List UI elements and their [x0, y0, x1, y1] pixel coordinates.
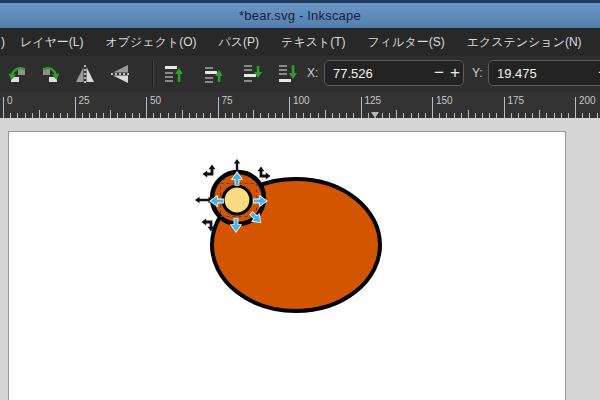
y-coordinate-value[interactable]: 19.475	[489, 66, 595, 81]
menu-item-4[interactable]: テキスト(T)	[270, 34, 356, 51]
ruler-label: 75	[222, 95, 233, 106]
raise-button[interactable]	[201, 62, 225, 86]
ruler-label: 25	[79, 95, 90, 106]
menu-item-3[interactable]: パス(P)	[208, 34, 271, 51]
ruler-tick	[468, 110, 469, 118]
window-title: *bear.svg - Inkscape	[239, 8, 361, 23]
ear-inner-circle[interactable]	[223, 186, 251, 214]
selection-toolbar: X: 77.526 − + Y: 19.475 − +	[0, 56, 600, 92]
flip-horizontal-button[interactable]	[73, 62, 97, 86]
horizontal-ruler[interactable]: 0255075100125150175200	[0, 92, 600, 118]
x-coordinate-label: X:	[307, 66, 318, 80]
x-increment-button[interactable]: +	[447, 61, 463, 85]
y-decrement-button[interactable]: −	[595, 61, 600, 85]
x-decrement-button[interactable]: −	[431, 61, 447, 85]
flip-vertical-icon	[109, 63, 131, 85]
x-coordinate-value[interactable]: 77.526	[325, 66, 431, 81]
lower-button[interactable]	[240, 62, 264, 86]
ruler-tick	[289, 97, 290, 118]
flip-horizontal-icon	[74, 63, 96, 85]
menu-item-5[interactable]: フィルター(S)	[357, 34, 456, 51]
y-coordinate-label: Y:	[472, 66, 483, 80]
ruler-label: 150	[436, 95, 453, 106]
raise-icon	[202, 63, 224, 85]
ruler-tick	[504, 97, 505, 118]
menu-item-1[interactable]: レイヤー(L)	[9, 34, 95, 51]
ruler-tick	[75, 97, 76, 118]
ruler-tick	[110, 110, 111, 118]
ruler-tick	[253, 110, 254, 118]
ruler-tick	[361, 97, 362, 118]
raise-to-top-icon	[162, 63, 184, 85]
ruler-label: 100	[293, 95, 310, 106]
raise-to-top-button[interactable]	[161, 62, 185, 86]
ruler-label: 125	[365, 95, 382, 106]
menu-item-0[interactable]: )	[0, 35, 9, 49]
ruler-tick	[432, 97, 433, 118]
ruler-tick	[325, 110, 326, 118]
ruler-label: 50	[150, 95, 161, 106]
flip-vertical-button[interactable]	[108, 62, 132, 86]
rotate-90-ccw-button[interactable]	[6, 62, 30, 86]
toolbar-separator	[152, 61, 154, 87]
rotate-90-ccw-icon	[7, 63, 29, 85]
ruler-label: 0	[7, 95, 13, 106]
ruler-tick	[539, 110, 540, 118]
y-coordinate-field[interactable]: 19.475 − +	[488, 60, 600, 86]
ruler-tick	[182, 110, 183, 118]
lower-icon	[241, 63, 263, 85]
ruler-tick	[218, 97, 219, 118]
ruler-tick	[575, 97, 576, 118]
rotate-90-cw-icon	[39, 63, 61, 85]
lower-to-bottom-icon	[276, 63, 298, 85]
canvas-viewport[interactable]	[0, 118, 600, 400]
menu-item-7[interactable]: ヘルプ(H)	[593, 34, 600, 51]
menu-item-6[interactable]: エクステンション(N)	[456, 34, 593, 51]
lower-to-bottom-button[interactable]	[275, 62, 299, 86]
ruler-label: 175	[508, 95, 525, 106]
ruler-tick	[146, 97, 147, 118]
ruler-tick	[39, 110, 40, 118]
menu-item-2[interactable]: オブジェクト(O)	[95, 34, 208, 51]
ruler-label: 200	[579, 95, 596, 106]
rotate-90-cw-button[interactable]	[38, 62, 62, 86]
x-coordinate-field[interactable]: 77.526 − +	[324, 60, 464, 86]
titlebar[interactable]: *bear.svg - Inkscape	[0, 0, 600, 28]
ruler-tick	[3, 97, 4, 118]
ruler-tick	[396, 110, 397, 118]
menubar: )レイヤー(L)オブジェクト(O)パス(P)テキスト(T)フィルター(S)エクス…	[0, 28, 600, 56]
